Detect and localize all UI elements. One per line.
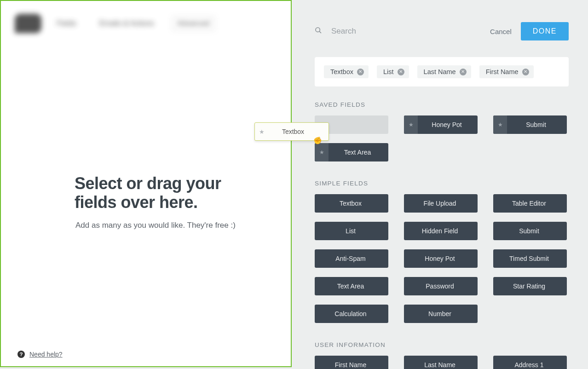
field-label: Textbox: [315, 200, 388, 207]
simple-fields-grid: TextboxFile UploadTable EditorListHidden…: [315, 194, 569, 323]
field-label: List: [315, 227, 388, 235]
saved-fields-heading: SAVED FIELDS: [315, 101, 569, 108]
field-honey-pot[interactable]: ★Honey Pot: [404, 115, 478, 134]
remove-chip-icon[interactable]: ✕: [357, 69, 364, 75]
remove-chip-icon[interactable]: ✕: [522, 69, 529, 75]
field-text-area[interactable]: Text Area: [315, 277, 388, 295]
remove-chip-icon[interactable]: ✕: [398, 69, 404, 75]
remove-chip-icon[interactable]: ✕: [460, 69, 467, 75]
drag-ghost-label: Textbox: [269, 128, 329, 135]
drop-title: Select or drag your fields over here.: [75, 174, 222, 212]
field-label: Star Rating: [493, 283, 567, 290]
field-text-area[interactable]: ★Text Area: [315, 143, 388, 161]
field-address-1[interactable]: Address 1: [493, 356, 567, 369]
drop-zone[interactable]: Select or drag your fields over here. Ad…: [1, 38, 291, 366]
selected-fields-chips: Textbox✕List✕Last Name✕First Name✕: [315, 57, 569, 86]
palette-toolbar: Cancel DONE: [315, 22, 569, 40]
help-link[interactable]: Need help?: [29, 351, 63, 358]
field-honey-pot[interactable]: Honey Pot: [404, 249, 478, 268]
field-label: Address 1: [493, 361, 567, 369]
help-row[interactable]: ? Need help?: [17, 351, 63, 358]
field-submit[interactable]: ★Submit: [493, 115, 567, 134]
drop-subtitle: Add as many as you would like. They're f…: [75, 221, 272, 230]
chip-label: First Name: [486, 68, 519, 75]
field-first-name[interactable]: First Name: [315, 356, 388, 369]
user-info-grid: First NameLast NameAddress 1: [315, 356, 569, 369]
field-last-name[interactable]: Last Name: [404, 356, 478, 369]
star-icon: ★: [404, 115, 418, 134]
search-icon: [315, 27, 322, 36]
done-button[interactable]: DONE: [521, 22, 569, 40]
star-icon: ★: [255, 128, 269, 135]
field-submit[interactable]: Submit: [493, 222, 567, 240]
field-label: Anti-Spam: [315, 255, 388, 262]
field-label: Submit: [507, 121, 567, 128]
field-table-editor[interactable]: Table Editor: [493, 194, 567, 213]
field-label: Hidden Field: [404, 227, 478, 235]
field-hidden-field[interactable]: Hidden Field: [404, 222, 478, 240]
saved-fields-grid: ★Honey Pot★Submit★Text Area: [315, 115, 569, 161]
field-palette: Cancel DONE Textbox✕List✕Last Name✕First…: [292, 0, 588, 369]
field-label: First Name: [315, 361, 388, 369]
field-label: Honey Pot: [418, 121, 478, 128]
grab-cursor-icon: ✊: [313, 136, 323, 145]
field-calculation[interactable]: Calculation: [315, 305, 388, 323]
svg-point-0: [316, 28, 320, 32]
form-canvas[interactable]: Fields Emails & Actions Advanced Select …: [0, 0, 292, 367]
cancel-button[interactable]: Cancel: [490, 28, 512, 35]
field-label: Honey Pot: [404, 255, 478, 262]
chip-list[interactable]: List✕: [377, 65, 409, 78]
tab-fields[interactable]: Fields: [52, 16, 81, 31]
search-input[interactable]: [330, 26, 490, 36]
svg-line-1: [319, 31, 321, 33]
field-textbox[interactable]: Textbox: [315, 194, 388, 213]
tab-emails-actions[interactable]: Emails & Actions: [94, 16, 159, 31]
chip-label: Last Name: [424, 68, 456, 75]
app-logo: [15, 14, 41, 33]
field-list[interactable]: List: [315, 222, 388, 240]
help-icon: ?: [17, 351, 25, 358]
field-label: Table Editor: [493, 200, 567, 207]
star-icon: ★: [315, 143, 329, 161]
field-label: Calculation: [315, 310, 388, 317]
chip-textbox[interactable]: Textbox✕: [324, 65, 369, 78]
chip-label: Textbox: [330, 68, 353, 75]
field-label: File Upload: [404, 200, 478, 207]
user-info-heading: USER INFORMATION: [315, 341, 569, 348]
field-anti-spam[interactable]: Anti-Spam: [315, 249, 388, 268]
chip-first-name[interactable]: First Name✕: [479, 65, 534, 78]
field-label: Timed Submit: [493, 255, 567, 262]
field-label: Last Name: [404, 361, 478, 369]
field-number[interactable]: Number: [404, 305, 478, 323]
field-timed-submit[interactable]: Timed Submit: [493, 249, 567, 268]
field-label: Number: [404, 310, 478, 317]
app-root: Fields Emails & Actions Advanced Select …: [0, 0, 588, 369]
tab-advanced[interactable]: Advanced: [172, 16, 215, 31]
field-star-rating[interactable]: Star Rating: [493, 277, 567, 295]
star-icon: ★: [493, 115, 507, 134]
field-label: Password: [404, 283, 478, 290]
field-label: Text Area: [315, 283, 388, 290]
simple-fields-heading: SIMPLE FIELDS: [315, 180, 569, 187]
chip-last-name[interactable]: Last Name✕: [417, 65, 471, 78]
field-label: Submit: [493, 227, 567, 235]
field-password[interactable]: Password: [404, 277, 478, 295]
field-file-upload[interactable]: File Upload: [404, 194, 478, 213]
chip-label: List: [383, 68, 394, 75]
canvas-tabs: Fields Emails & Actions Advanced: [52, 16, 215, 31]
canvas-header: Fields Emails & Actions Advanced: [1, 1, 291, 38]
field-label: Text Area: [329, 149, 388, 156]
